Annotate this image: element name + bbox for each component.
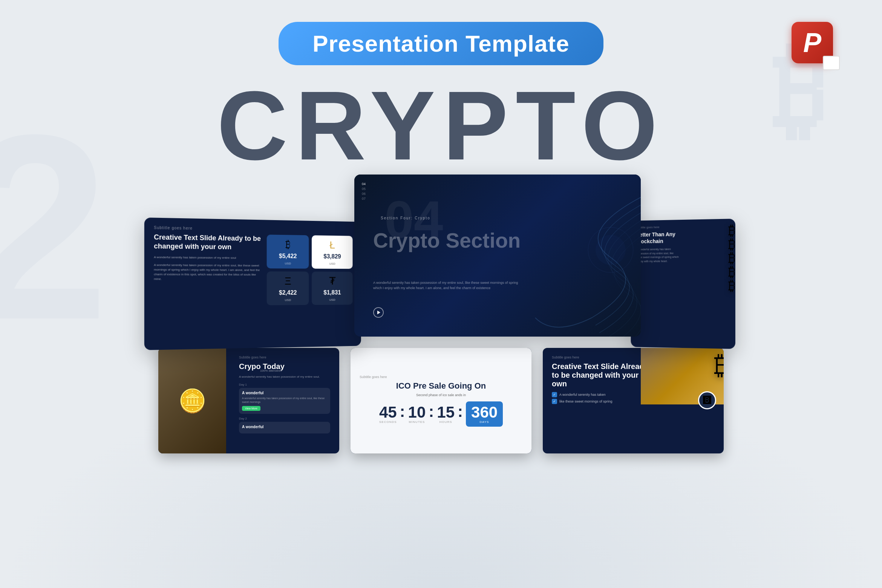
day2-heading: A wonderful: [242, 425, 327, 429]
ppt-letter: P: [803, 27, 821, 58]
ethereum-price: $2,422: [279, 289, 297, 296]
timer-sep-1: :: [400, 403, 405, 421]
timer-minutes: 10 MINUTES: [408, 404, 426, 424]
slides-row-bottom: 🪙 Subtitle goes here Crypo Today A wonde…: [158, 348, 724, 453]
crypto-title: CRYPTO: [217, 77, 665, 175]
transfer-price: $1,831: [323, 289, 341, 296]
left-slide-body2: A wonderful serenity has taken possessio…: [154, 263, 262, 282]
bitcoin-price: $5,422: [279, 253, 297, 260]
page-wrapper: Presentation Template P CRYPTO Subtitle …: [0, 0, 882, 588]
bottom-right-badge: 🅱: [698, 391, 716, 409]
slide-card-left: Subtitle goes here Creative Text Slide A…: [144, 217, 361, 350]
slide-card-bottom-center: Subtitle goes here ICO Pre Sale Going On…: [351, 348, 531, 453]
page-nav-04: 04: [362, 182, 366, 186]
center-body: A wonderful serenity has taken possessio…: [373, 280, 524, 291]
play-triangle-icon: [377, 311, 380, 314]
timer-hours: 15 HOURS: [437, 404, 455, 424]
timer-seconds-label: SECONDS: [379, 420, 397, 424]
check-item-2: ✓ like these sweet mornings of spring: [552, 399, 650, 404]
page-nav-05: 05: [362, 187, 366, 191]
page-nav-07: 07: [362, 197, 366, 201]
timer-days-label: DAYS: [479, 420, 489, 424]
slides-row-top: Subtitle goes here Creative Text Slide A…: [147, 175, 735, 348]
coins-stack: ₿ ₿ ₿ ₿ ₿: [729, 222, 735, 294]
timer-days: 360 DAYS: [466, 401, 503, 427]
litecoin-price: $3,829: [323, 253, 341, 260]
slide-card-center: 04 05 06 07 04 Section Four: Crypto Cryp…: [354, 175, 641, 337]
view-more-button[interactable]: View More: [242, 406, 260, 411]
ico-subtitle: Subtitle goes here: [360, 375, 387, 379]
svg-point-1: [596, 235, 626, 265]
ppt-slide-decoration: [823, 56, 840, 70]
timer-sep-2: :: [429, 403, 434, 421]
center-section-label: Section Four: Crypto: [381, 216, 430, 220]
header-badge: Presentation Template: [279, 22, 603, 65]
right-subtitle: Subtitle goes here: [636, 224, 730, 229]
page-nav: 04 05 06 07: [362, 182, 366, 201]
coin-grid: ₿ $5,422 USD Ł $3,829 USD Ξ $2,422 U: [267, 234, 353, 305]
coin-card-bitcoin: ₿ $5,422 USD: [267, 234, 309, 268]
left-slide-heading: Creative Text Slide Already to be change…: [154, 233, 262, 252]
bar-chart-container: 100% attendees: [260, 367, 335, 406]
powerpoint-icon: P: [792, 22, 837, 67]
crypto-image: 🪙: [158, 348, 226, 453]
timer-sep-3: :: [458, 403, 463, 421]
coin-card-ethereum: Ξ $2,422 USD: [267, 271, 309, 305]
right-body: A wonderful serenity has taken possessio…: [636, 247, 680, 263]
header-badge-text: Presentation Template: [312, 31, 569, 57]
coin-card-litecoin: Ł $3,829 USD: [312, 235, 353, 269]
center-main-title: Crypto Section: [373, 229, 521, 252]
wave-decoration-svg: [498, 175, 641, 337]
check-box-1: ✓: [552, 392, 557, 397]
page-nav-06: 06: [362, 192, 366, 196]
ico-body: Second phase of ico sale ands in: [416, 393, 466, 397]
left-slide-body: A wonderful serenity has taken possessio…: [154, 255, 262, 260]
right-heading: Better Than Any Blockchain: [636, 231, 684, 245]
check-items-list: ✓ A wonderful serenity has taken ✓ like …: [552, 392, 650, 404]
center-play-button[interactable]: [373, 307, 384, 318]
bottom-right-heading: Creative Text Slide Already to be change…: [552, 362, 650, 388]
check-text-2: like these sweet mornings of spring: [559, 400, 612, 403]
check-item-1: ✓ A wonderful serenity has taken: [552, 392, 650, 397]
slide-card-bottom-right: ₿ 🅱 Subtitle goes here Creative Text Sli…: [543, 348, 724, 453]
ico-heading: ICO Pre Sale Going On: [396, 381, 486, 391]
timer-minutes-label: MINUTES: [409, 420, 425, 424]
bottom-right-content: Subtitle goes here Creative Text Slide A…: [552, 355, 650, 406]
timer-days-value: 360: [471, 404, 498, 420]
coin-stack-5: ₿: [729, 278, 735, 294]
day2-container: Day 2 A wonderful: [239, 417, 330, 433]
day2-card: A wonderful: [239, 422, 330, 433]
timer-seconds: 45 SECONDS: [379, 404, 397, 424]
chart-desc: 100% attendees: [260, 369, 335, 372]
day2-label: Day 2: [239, 417, 330, 420]
bottom-left-subtitle: Subtitle goes here: [239, 355, 330, 359]
timer-seconds-value: 45: [379, 404, 397, 420]
left-slide-subtitle: Subtitle goes here: [154, 225, 352, 233]
timer-hours-label: HOURS: [439, 420, 452, 424]
check-box-2: ✓: [552, 399, 557, 404]
timer-minutes-value: 10: [408, 404, 426, 420]
timer-hours-value: 15: [437, 404, 455, 420]
check-text-1: A wonderful serenity has taken: [559, 393, 606, 397]
slide-card-right: ₿ ₿ ₿ ₿ ₿ Subtitle goes here Better Than…: [631, 219, 735, 349]
bottom-right-subtitle: Subtitle goes here: [552, 355, 650, 359]
slide-card-bottom-left: 🪙 Subtitle goes here Crypo Today A wonde…: [158, 348, 339, 453]
timer-row: 45 SECONDS : 10 MINUTES : 15 HOURS :: [379, 401, 503, 427]
coin-card-transfer: ₮ $1,831 USD: [312, 272, 353, 305]
bar-chart: [260, 376, 335, 406]
